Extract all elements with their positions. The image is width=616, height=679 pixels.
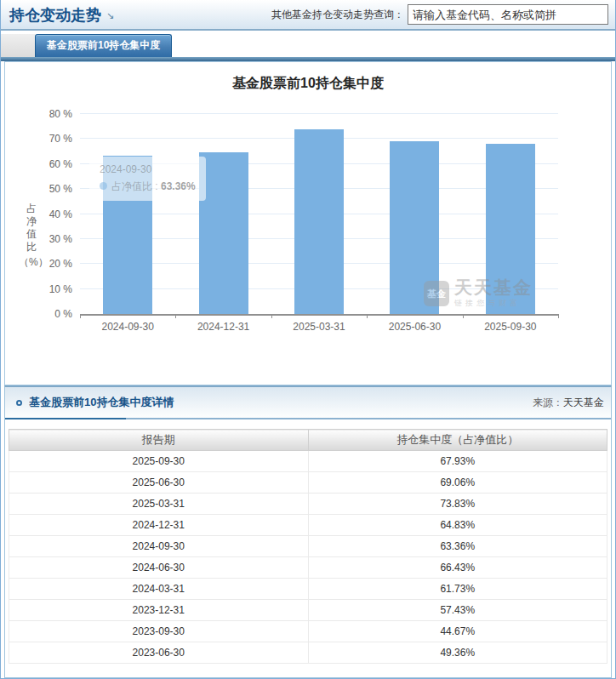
x-axis-tick: [463, 314, 464, 318]
x-axis-labels: 2024-09-302024-12-312025-03-312025-06-30…: [80, 321, 558, 333]
column-header: 报告期: [9, 430, 309, 451]
table-cell: 73.83%: [308, 494, 607, 515]
section-underline-accent: [5, 418, 126, 419]
y-tick-label: 0 %: [54, 308, 72, 320]
x-axis-tick: [271, 314, 272, 318]
expand-arrow-icon: ↘: [106, 10, 114, 20]
bar-2025-03-31[interactable]: [294, 129, 344, 314]
chart-panel: 基金股票前10持仓集中度 占净值比 （%） 0 %10 %20 %30 %40 …: [4, 61, 612, 385]
x-axis-tick: [80, 314, 81, 318]
table-row: 2023-06-3049.36%: [9, 642, 607, 664]
table-cell: 2023-09-30: [9, 621, 309, 642]
details-panel: 基金股票前10持仓集中度详情 来源：天天基金 报告期持仓集中度（占净值比） 20…: [4, 385, 612, 678]
table-row: 2024-09-3063.36%: [9, 536, 607, 557]
data-source-label: 来源：: [533, 397, 563, 408]
watermark-logo-icon: 基金: [424, 281, 449, 306]
x-axis-tick: [175, 314, 176, 318]
search-label: 其他基金持仓变动走势查询：: [271, 8, 404, 22]
table-cell: 66.43%: [308, 557, 607, 579]
watermark-slogan: 链接您与财富: [454, 298, 533, 309]
y-tick-label: 10 %: [49, 283, 72, 295]
y-tick-label: 50 %: [49, 183, 72, 195]
details-title: 基金股票前10持仓集中度详情: [29, 395, 174, 410]
table-cell: 67.93%: [308, 451, 607, 472]
tab-top10-concentration[interactable]: 基金股票前10持仓集中度: [35, 34, 172, 57]
x-axis-tick: [558, 314, 559, 318]
y-tick-label: 80 %: [49, 108, 72, 120]
x-tick-label: 2024-09-30: [80, 321, 175, 333]
table-cell: 2025-06-30: [9, 472, 309, 494]
fund-search-input[interactable]: [408, 4, 608, 25]
bar-slot: [271, 114, 367, 314]
y-axis-title: 占净值比 （%）: [19, 203, 48, 270]
table-row: 2024-03-3161.73%: [9, 579, 607, 600]
x-tick-label: 2024-12-31: [175, 321, 271, 333]
watermark: 基金 天天基金 链接您与财富: [424, 277, 533, 309]
table-cell: 2024-06-30: [9, 557, 309, 579]
y-axis-title-unit: （%）: [19, 255, 48, 270]
table-cell: 2024-12-31: [9, 515, 309, 536]
column-header: 持仓集中度（占净值比）: [308, 430, 607, 451]
data-source-value: 天天基金: [563, 397, 604, 408]
bar-2024-09-30[interactable]: [103, 156, 152, 314]
page: 持仓变动走势↘ 其他基金持仓变动走势查询： 基金股票前10持仓集中度 基金股票前…: [0, 0, 616, 679]
table-row: 2024-12-3164.83%: [9, 515, 607, 536]
table-cell: 49.36%: [308, 642, 607, 664]
table-cell: 61.73%: [308, 579, 607, 600]
table-cell: 44.67%: [308, 621, 607, 642]
table-cell: 2024-03-31: [9, 579, 309, 600]
table-cell: 69.06%: [308, 472, 607, 494]
data-source: 来源：天天基金: [533, 396, 604, 410]
x-axis-tick: [367, 314, 368, 318]
tab-spacer: [1, 34, 35, 57]
y-tick-label: 60 %: [49, 158, 72, 170]
fund-search: 其他基金持仓变动走势查询：: [271, 4, 608, 25]
table-cell: 2025-09-30: [9, 451, 309, 472]
chart-title: 基金股票前10持仓集中度: [5, 62, 611, 93]
bar-2024-12-31[interactable]: [199, 152, 248, 314]
page-title-text: 持仓变动走势: [9, 7, 101, 24]
plot-area: 0 %10 %20 %30 %40 %50 %60 %70 %80 % 2024…: [80, 114, 558, 314]
y-tick-label: 20 %: [49, 258, 72, 270]
tab-strip: 基金股票前10持仓集中度: [1, 31, 615, 61]
table-cell: 63.36%: [308, 536, 607, 557]
x-tick-label: 2025-03-31: [271, 321, 367, 333]
watermark-text: 天天基金 链接您与财富: [454, 277, 533, 309]
table-row: 2024-06-3066.43%: [9, 557, 607, 579]
table-row: 2025-09-3067.93%: [9, 451, 607, 472]
concentration-table: 报告期持仓集中度（占净值比） 2025-09-3067.93%2025-06-3…: [9, 429, 607, 664]
details-header: 基金股票前10持仓集中度详情 来源：天天基金: [5, 387, 611, 418]
section-underline: [5, 418, 611, 419]
table-header-row: 报告期持仓集中度（占净值比）: [9, 430, 607, 451]
table-row: 2023-09-3044.67%: [9, 621, 607, 642]
y-tick-label: 30 %: [49, 233, 72, 245]
y-tick-label: 70 %: [49, 133, 72, 145]
table-row: 2025-03-3173.83%: [9, 494, 607, 515]
table-cell: 64.83%: [308, 515, 607, 536]
section-bullet-icon: [16, 400, 22, 406]
page-header: 持仓变动走势↘ 其他基金持仓变动走势查询：: [1, 0, 615, 31]
bar-slot: [80, 114, 175, 314]
x-tick-label: 2025-06-30: [367, 321, 462, 333]
table-row: 2025-06-3069.06%: [9, 472, 607, 494]
table-cell: 57.43%: [308, 600, 607, 621]
table-row: 2023-12-3157.43%: [9, 600, 607, 621]
x-tick-label: 2025-09-30: [463, 321, 558, 333]
page-title: 持仓变动走势↘: [9, 5, 114, 26]
table-cell: 2024-09-30: [9, 536, 309, 557]
y-axis-title-text: 占净值比: [26, 203, 38, 254]
bar-slot: [175, 114, 271, 314]
table-cell: 2023-06-30: [9, 642, 309, 664]
table-body: 2025-09-3067.93%2025-06-3069.06%2025-03-…: [9, 451, 607, 664]
y-tick-label: 40 %: [49, 208, 72, 220]
watermark-brand: 天天基金: [454, 277, 533, 297]
x-axis-ticks: [80, 314, 558, 318]
table-cell: 2025-03-31: [9, 494, 309, 515]
table-cell: 2023-12-31: [9, 600, 309, 621]
